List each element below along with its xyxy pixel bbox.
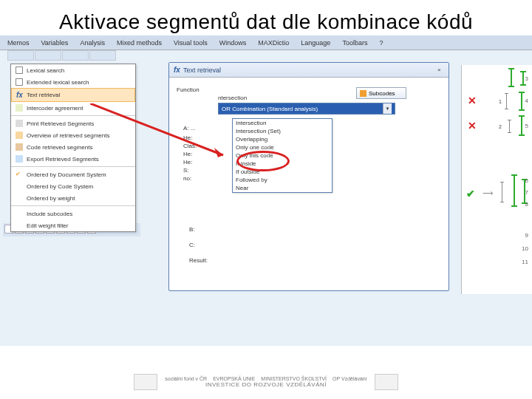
dropdown-item[interactable]: Near — [233, 184, 332, 192]
combo-selected-text: OR Combination (Standard analysis) — [222, 106, 318, 112]
submenu-label: Overview of retrieved segments — [27, 132, 110, 139]
field-c: C: — [189, 242, 208, 248]
menu-visual[interactable]: Visual tools — [169, 39, 212, 47]
submenu-include-sub[interactable]: Include subcodes — [11, 208, 135, 219]
menu-toolbars[interactable]: Toolbars — [338, 39, 372, 47]
app-area: Memos Variables Analysis Mixed methods V… — [0, 35, 532, 346]
dropdown-item[interactable]: If inside — [233, 160, 332, 168]
submenu-print[interactable]: Print Retrieved Segments — [11, 117, 135, 129]
submenu-order-weight[interactable]: Ordered by weight — [11, 192, 135, 204]
submenu-label: Lexical search — [27, 67, 64, 74]
submenu-weight-filter[interactable]: Edit weight filter — [11, 219, 135, 231]
submenu-label: Include subcodes — [27, 211, 72, 217]
panel-titlebar: fx Text retrieval × — [169, 63, 449, 78]
row-number: 9 — [525, 232, 528, 239]
diagram-row: 11 — [465, 259, 530, 281]
blank-icon — [16, 222, 23, 229]
search-icon — [16, 78, 23, 86]
submenu-label: Intercoder agreement — [27, 105, 83, 112]
list-item: He: — [183, 150, 219, 158]
footer-text: sociální fond v ČR — [165, 376, 207, 381]
menu-language[interactable]: Language — [296, 39, 335, 47]
ribbon-tabs — [0, 50, 532, 61]
blank-icon — [16, 210, 23, 217]
dropdown-item[interactable]: Overlapping — [233, 135, 332, 143]
list-item: A: ... — [183, 124, 219, 132]
row-number: 4 — [525, 98, 528, 104]
function-dropdown: Intersection Intersection (Set) Overlapp… — [232, 118, 332, 193]
combo-top-text: ntersection — [218, 95, 441, 101]
footer: sociální fond v ČR EVROPSKÁ UNIE MINISTE… — [0, 369, 532, 395]
submenu-label: Ordered by weight — [27, 195, 75, 202]
dropdown-item[interactable]: Only one code — [233, 143, 332, 151]
submenu-export[interactable]: Export Retrieved Segments — [11, 153, 135, 165]
submenu-text-retrieval[interactable]: fxText retrieval — [11, 88, 135, 102]
row-number: 6 — [525, 177, 528, 184]
close-icon[interactable]: × — [437, 66, 444, 73]
blank-icon — [16, 194, 23, 202]
blank-icon — [16, 183, 23, 190]
dropdown-item[interactable]: If outside — [233, 168, 332, 176]
footer-text: MINISTERSTVO ŠKOLSTVÍ — [261, 376, 327, 381]
diagram-row: 3 — [465, 69, 530, 92]
small-number: 1 — [499, 99, 502, 104]
list-item: He: — [183, 158, 219, 166]
submenu-order-doc[interactable]: ✔Ordered by Document System — [11, 168, 135, 180]
dropdown-item[interactable]: Only this code — [233, 151, 332, 160]
slide-title: Aktivace segmentů dat dle kombinace kódů — [0, 0, 532, 35]
menu-analysis[interactable]: Analysis — [75, 39, 109, 47]
check-icon: ✔ — [466, 188, 475, 200]
row-number: 10 — [522, 245, 528, 252]
dropdown-item[interactable]: Intersection — [233, 119, 332, 127]
cross-icon: ✕ — [468, 95, 477, 106]
fx-icon: fx — [16, 91, 23, 99]
submenu-overview[interactable]: Overview of retrieved segments — [11, 129, 135, 141]
submenu-lexical[interactable]: Lexical search — [11, 64, 135, 76]
menu-memos[interactable]: Memos — [3, 39, 34, 47]
list-item: Clas: — [183, 142, 219, 150]
cross-icon: ✕ — [468, 120, 477, 132]
footer-tagline: INVESTICE DO ROZVOJE VZDĚLÁVÁNÍ — [205, 381, 327, 388]
ribbon-tab[interactable] — [7, 50, 34, 61]
search-icon — [16, 66, 23, 74]
submenu-intercoder[interactable]: Intercoder agreement — [11, 102, 135, 114]
row-number: 5 — [525, 123, 528, 129]
submenu-label: Code retrieved segments — [27, 144, 92, 151]
footer-text: EVROPSKÁ UNIE — [213, 376, 255, 381]
list-item: He: — [183, 134, 219, 142]
ribbon-tab[interactable] — [89, 50, 116, 61]
menu-variables[interactable]: Variables — [37, 39, 73, 47]
submenu-order-code[interactable]: Ordered by Code System — [11, 180, 135, 192]
dropdown-item[interactable]: Followed by — [233, 176, 332, 184]
menu-bar: Memos Variables Analysis Mixed methods V… — [0, 35, 532, 50]
submenu-code-retr[interactable]: Code retrieved segments — [11, 141, 135, 153]
tree-icon — [360, 90, 366, 97]
submenu-label: Print Retrieved Segments — [27, 120, 94, 127]
submenu-label: Edit weight filter — [27, 222, 68, 229]
subcodes-button[interactable]: Subcodes — [356, 87, 406, 99]
menu-help[interactable]: ? — [375, 39, 387, 47]
row-number: 3 — [525, 75, 528, 82]
subcodes-label: Subcodes — [369, 90, 395, 97]
submenu-ext-lexical[interactable]: Extended lexical search — [11, 76, 135, 88]
chevron-down-icon[interactable]: ▼ — [383, 103, 392, 114]
field-b: B: — [189, 226, 208, 233]
menu-mixed[interactable]: Mixed methods — [112, 39, 166, 47]
diagram-row: ✕ 1 4 — [465, 92, 530, 114]
arrow-icon: ⟶ — [482, 189, 493, 197]
result-diagram: 3 ✕ 1 4 ✕ 2 5 ✔ ⟶ 6 7 8 — [461, 65, 532, 294]
row-number: 8 — [525, 201, 528, 208]
dropdown-item[interactable]: Intersection (Set) — [233, 127, 332, 135]
ribbon-tab[interactable] — [35, 50, 61, 61]
menu-maxdictio[interactable]: MAXDictio — [253, 39, 293, 47]
code-icon — [16, 143, 23, 151]
submenu-label: Ordered by Document System — [27, 171, 106, 178]
menu-windows[interactable]: Windows — [215, 39, 251, 47]
panel-title: Text retrieval — [183, 66, 221, 74]
diagram-row: ✔ ⟶ 6 7 8 — [465, 182, 530, 204]
ribbon-tab[interactable] — [62, 50, 89, 61]
submenu-label: Text retrieval — [27, 92, 60, 98]
field-result: Result: — [189, 257, 208, 264]
function-combo[interactable]: OR Combination (Standard analysis) ▼ — [218, 103, 395, 115]
row-number: 7 — [525, 189, 528, 196]
